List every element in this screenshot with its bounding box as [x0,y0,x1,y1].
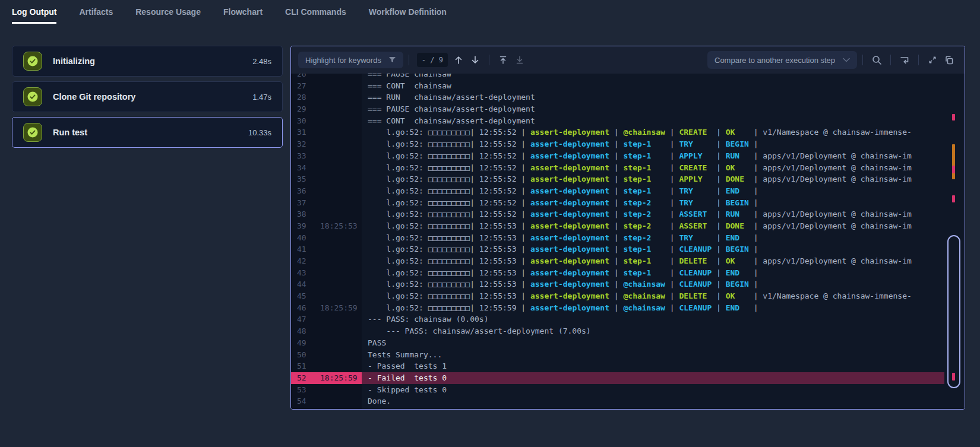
previous-match-button[interactable] [450,52,467,68]
keyword-highlight-placeholder: Highlight for keywords [305,56,381,65]
line-number: 41 [291,243,315,255]
scroll-to-top-button[interactable] [495,52,511,68]
tab-artifacts[interactable]: Artifacts [79,0,113,24]
log-line-53[interactable]: 53- Skipped tests 0 [291,384,944,396]
step-card-clone-git-repository[interactable]: Clone Git repository 1.47s [12,81,283,112]
keyword-highlight-input[interactable]: Highlight for keywords [298,52,403,68]
line-number: 48 [291,325,315,337]
minimap-marker [952,144,955,179]
line-number: 26 [291,74,315,80]
tab-log-output[interactable]: Log Output [12,0,56,24]
log-line-27[interactable]: 27=== CONT chainsaw [291,80,944,92]
line-timestamp [315,74,362,80]
line-timestamp [315,337,362,349]
log-line-40[interactable]: 40 l.go:52: □□□□□□□□□| 12:55:53 | assert… [291,232,944,244]
toolbar-right-group: Compare to another execution step [707,51,957,69]
line-number: 42 [291,255,315,267]
search-icon [872,55,882,65]
log-viewer[interactable]: 26=== PAUSE chainsaw27=== CONT chainsaw2… [291,74,965,409]
line-timestamp [315,80,362,92]
copy-log-button[interactable] [941,52,957,68]
line-timestamp [315,243,362,255]
line-number: 36 [291,185,315,197]
step-card-initializing[interactable]: Initializing 2.48s [12,46,283,77]
tab-resource-usage[interactable]: Resource Usage [135,0,201,24]
line-content: --- PASS: chainsaw (0.00s) [362,313,944,325]
log-line-36[interactable]: 36 l.go:52: □□□□□□□□□| 12:55:52 | assert… [291,185,944,197]
line-content: l.go:52: □□□□□□□□□| 12:55:53 | assert-de… [362,278,944,290]
line-timestamp [315,208,362,220]
toolbar-divider [409,55,409,65]
search-button[interactable] [868,52,885,68]
log-line-30[interactable]: 30=== CONT chainsaw/assert-deployment [291,115,944,127]
success-check-icon [23,52,42,71]
line-content: l.go:52: □□□□□□□□□| 12:55:53 | assert-de… [362,290,944,302]
minimap-marker [952,114,955,121]
line-content: l.go:52: □□□□□□□□□| 12:55:52 | assert-de… [362,138,944,150]
line-timestamp [315,185,362,197]
arrow-down-icon [470,55,480,65]
line-number: 50 [291,349,315,361]
arrow-to-bottom-icon [515,55,524,65]
line-content: l.go:52: □□□□□□□□□| 12:55:52 | assert-de… [362,126,944,138]
line-timestamp [315,267,362,279]
line-number: 54 [291,395,315,407]
line-content: - Passed tests 1 [362,360,944,372]
line-number: 40 [291,232,315,244]
line-content: l.go:52: □□□□□□□□□| 12:55:52 | assert-de… [362,150,944,162]
log-line-29[interactable]: 29=== PAUSE chainsaw/assert-deployment [291,103,944,115]
log-line-42[interactable]: 42 l.go:52: □□□□□□□□□| 12:55:53 | assert… [291,255,944,267]
log-line-28[interactable]: 28=== RUN chainsaw/assert-deployment [291,91,944,103]
log-line-47[interactable]: 47--- PASS: chainsaw (0.00s) [291,313,944,325]
line-timestamp [315,395,362,407]
toolbar-divider [489,55,489,65]
log-line-50[interactable]: 50Tests Summary... [291,349,944,361]
line-content: l.go:52: □□□□□□□□□| 12:55:53 | assert-de… [362,232,944,244]
line-content: PASS [362,337,944,349]
wrap-lines-button[interactable] [896,52,913,68]
tab-flowchart[interactable]: Flowchart [223,0,263,24]
log-line-35[interactable]: 35 l.go:52: □□□□□□□□□| 12:55:52 | assert… [291,173,944,185]
line-number: 38 [291,208,315,220]
step-label: Clone Git repository [53,92,135,102]
next-match-button[interactable] [467,52,483,68]
log-line-49[interactable]: 49PASS [291,337,944,349]
line-number: 27 [291,80,315,92]
compare-step-placeholder: Compare to another execution step [715,56,835,65]
scroll-to-bottom-button[interactable] [511,52,528,68]
line-timestamp [315,325,362,337]
tab-workflow-definition[interactable]: Workflow Definition [369,0,447,24]
line-number: 34 [291,162,315,174]
line-content: l.go:52: □□□□□□□□□| 12:55:53 | assert-de… [362,267,944,279]
log-line-54[interactable]: 54Done. [291,395,944,407]
minimap-marker [952,166,955,173]
log-line-48[interactable]: 48 --- PASS: chainsaw/assert-deployment … [291,325,944,337]
scrollbar-thumb[interactable] [947,235,960,388]
step-card-run-test[interactable]: Run test 10.33s [12,117,283,148]
log-line-46[interactable]: 4618:25:59 l.go:52: □□□□□□□□□| 12:55:59 … [291,302,944,314]
log-line-33[interactable]: 33 l.go:52: □□□□□□□□□| 12:55:52 | assert… [291,150,944,162]
fullscreen-button[interactable] [924,52,941,68]
line-timestamp [315,103,362,115]
log-line-32[interactable]: 32 l.go:52: □□□□□□□□□| 12:55:52 | assert… [291,138,944,150]
tab-cli-commands[interactable]: CLI Commands [285,0,346,24]
log-line-51[interactable]: 51- Passed tests 1 [291,360,944,372]
log-line-43[interactable]: 43 l.go:52: □□□□□□□□□| 12:55:53 | assert… [291,267,944,279]
log-line-31[interactable]: 31 l.go:52: □□□□□□□□□| 12:55:52 | assert… [291,126,944,138]
log-line-52[interactable]: 5218:25:59- Failed tests 0 [291,372,944,384]
line-timestamp [315,349,362,361]
log-line-39[interactable]: 3918:25:53 l.go:52: □□□□□□□□□| 12:55:53 … [291,220,944,232]
log-line-34[interactable]: 34 l.go:52: □□□□□□□□□| 12:55:52 | assert… [291,162,944,174]
log-line-41[interactable]: 41 l.go:52: □□□□□□□□□| 12:55:53 | assert… [291,243,944,255]
log-line-38[interactable]: 38 l.go:52: □□□□□□□□□| 12:55:52 | assert… [291,208,944,220]
compare-step-dropdown[interactable]: Compare to another execution step [707,51,857,69]
line-number: 33 [291,150,315,162]
log-line-26[interactable]: 26=== PAUSE chainsaw [291,74,944,80]
line-content: === PAUSE chainsaw [362,74,944,80]
log-lines: 26=== PAUSE chainsaw27=== CONT chainsaw2… [291,74,944,407]
log-line-37[interactable]: 37 l.go:52: □□□□□□□□□| 12:55:52 | assert… [291,197,944,209]
wrap-lines-icon [899,56,910,64]
log-line-44[interactable]: 44 l.go:52: □□□□□□□□□| 12:55:53 | assert… [291,278,944,290]
log-line-45[interactable]: 45 l.go:52: □□□□□□□□□| 12:55:53 | assert… [291,290,944,302]
success-check-icon [23,123,42,142]
